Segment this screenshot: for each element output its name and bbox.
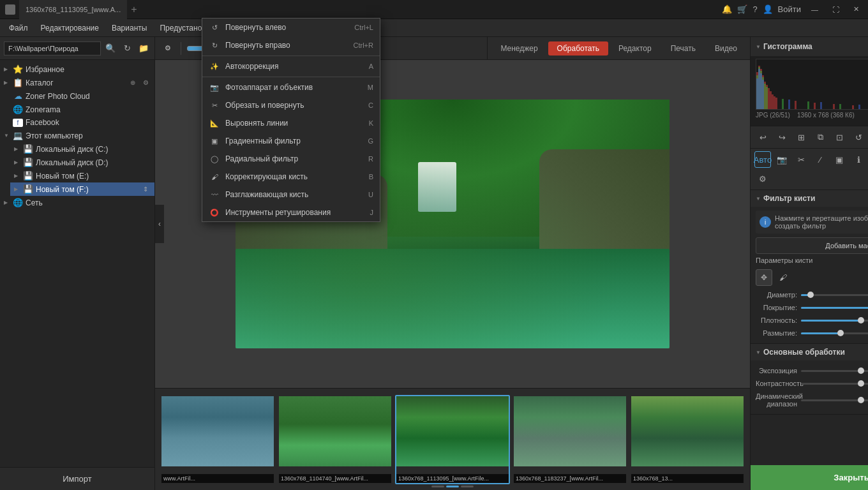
thumb-image-2 bbox=[396, 396, 509, 466]
tab-video[interactable]: Видео bbox=[706, 41, 746, 56]
drive-d-label: Локальный диск (D:) bbox=[36, 158, 151, 167]
menu-edit[interactable]: Редактирование bbox=[34, 19, 105, 37]
sidebar-item-facebook[interactable]: ▶ f Facebook bbox=[0, 116, 154, 129]
crop-tool-button[interactable]: ✂ bbox=[793, 151, 809, 168]
sidebar-item-favorites[interactable]: ▶ ⭐ Избранное bbox=[0, 63, 154, 76]
facebook-icon: f bbox=[13, 119, 23, 127]
dd-crop-shortcut: C bbox=[368, 101, 373, 109]
sidebar-item-zonerama[interactable]: ▶ 🌐 Zonerama bbox=[0, 103, 154, 116]
zonerama-label: Zonerama bbox=[26, 105, 151, 114]
toolbar-icon-btn[interactable]: ⚙ bbox=[160, 41, 176, 56]
sidebar-item-cloud[interactable]: ▶ ☁ Zoner Photo Cloud bbox=[0, 89, 154, 103]
dd-crop-rotate[interactable]: ✂ Обрезать и повернуть C bbox=[202, 96, 380, 114]
cart-icon[interactable]: 🛒 bbox=[737, 4, 747, 14]
right-panel-content: ▼ Гистограмма ▣ ⚙ bbox=[751, 37, 868, 465]
dd-crop-label: Обрезать и повернуть bbox=[225, 101, 363, 110]
dynamic-range-thumb[interactable] bbox=[858, 397, 864, 403]
user-icon[interactable]: 👤 bbox=[763, 4, 773, 14]
auto-tool-button[interactable]: Авто bbox=[754, 151, 771, 168]
thumb-item-2[interactable]: 1360x768_1113095_[www.ArtFile... bbox=[395, 395, 510, 484]
thumb-item-4[interactable]: 1360x768_13... bbox=[630, 395, 745, 484]
app-icon bbox=[5, 4, 15, 15]
tab-print[interactable]: Печать bbox=[662, 41, 705, 56]
image-prev-button[interactable]: ‹ bbox=[155, 205, 164, 243]
sidebar-item-catalog[interactable]: ▶ 📋 Каталог ⊕ ⚙ bbox=[0, 76, 154, 89]
add-mask-button[interactable]: Добавить маску bbox=[756, 237, 868, 254]
import-button[interactable]: Импорт bbox=[0, 467, 154, 490]
path-input[interactable] bbox=[4, 41, 101, 56]
camera-tool-button[interactable]: 📷 bbox=[774, 151, 790, 168]
dd-rotate-left[interactable]: ↺ Повернуть влево Ctrl+L bbox=[202, 19, 380, 36]
svg-rect-12 bbox=[814, 103, 816, 110]
dd-retouch[interactable]: ⭕ Инструменты ретуширования J bbox=[202, 204, 380, 221]
computer-arrow: ▼ bbox=[4, 133, 10, 138]
redo-button[interactable]: ↪ bbox=[774, 129, 790, 145]
zonerama-icon: 🌐 bbox=[13, 105, 23, 114]
filter-brush-header[interactable]: ▼ Фильтр кисти bbox=[751, 190, 868, 207]
paste-button[interactable]: ⊡ bbox=[831, 129, 848, 145]
thumb-item-0[interactable]: www.ArtFil... bbox=[160, 395, 275, 484]
titlebar-left: 1360x768_1113095_[www.A... + bbox=[5, 0, 137, 19]
new-tab-button[interactable]: + bbox=[131, 4, 137, 15]
thumb-item-1[interactable]: 1360x768_1104740_[www.ArtFil... bbox=[278, 395, 393, 484]
basic-edits-header[interactable]: ▼ Основные обработки bbox=[751, 344, 868, 360]
histogram-header[interactable]: ▼ Гистограмма ▣ ⚙ bbox=[751, 37, 868, 56]
contrast-track bbox=[801, 383, 868, 385]
brush-move-button[interactable]: ✥ bbox=[756, 269, 772, 286]
sidebar-item-drive-d[interactable]: ▶ 💾 Локальный диск (D:) bbox=[10, 156, 154, 169]
dd-autocorrect[interactable]: ✨ Автокоррекция A bbox=[202, 57, 380, 75]
reset-button[interactable]: ↺ bbox=[850, 129, 867, 145]
brush-paint-button[interactable]: 🖌 bbox=[775, 269, 791, 286]
folder-options-button[interactable]: 📁 bbox=[137, 41, 151, 56]
sidebar-item-computer[interactable]: ▼ 💻 Этот компьютер bbox=[0, 129, 154, 142]
lines-tool-button[interactable]: ∕ bbox=[812, 151, 828, 168]
undo-button[interactable]: ↩ bbox=[754, 129, 771, 145]
search-button[interactable]: 🔍 bbox=[103, 41, 117, 56]
basic-edits-content: Экспозиция 0.0 Контрастность 0 bbox=[751, 360, 868, 414]
thumb-item-3[interactable]: 1360x768_1183237_[www.ArtFil... bbox=[513, 395, 627, 484]
tab-develop[interactable]: Обработать bbox=[548, 41, 608, 56]
close-develop-button[interactable]: Закрыть bbox=[751, 465, 868, 490]
title-tab[interactable]: 1360x768_1113095_[www.A... bbox=[19, 0, 127, 19]
dd-radial-filter[interactable]: ◯ Радиальный фильтр R bbox=[202, 150, 380, 168]
dd-autocorrect-label: Автокоррекция bbox=[225, 62, 364, 71]
catalog-add-icon[interactable]: ⊕ bbox=[128, 79, 138, 86]
camera-icon: 📷 bbox=[209, 82, 220, 93]
close-window-button[interactable]: ✕ bbox=[849, 4, 863, 15]
diameter-thumb[interactable] bbox=[807, 292, 814, 298]
minimize-button[interactable]: — bbox=[807, 4, 822, 15]
maximize-button[interactable]: ⛶ bbox=[828, 4, 843, 15]
settings-tool-button[interactable]: ⚙ bbox=[754, 170, 771, 187]
sidebar-item-drive-e[interactable]: ▶ 💾 Новый том (E:) bbox=[10, 169, 154, 182]
compare-button[interactable]: ⊞ bbox=[793, 129, 809, 145]
refresh-button[interactable]: ↻ bbox=[120, 41, 134, 56]
help-icon[interactable]: ? bbox=[752, 4, 757, 14]
sidebar-item-network[interactable]: ▶ 🌐 Сеть bbox=[0, 196, 154, 209]
dd-camera-lens[interactable]: 📷 Фотоаппарат и объектив M bbox=[202, 78, 380, 96]
menu-file[interactable]: Файл bbox=[3, 19, 34, 37]
info-tool-button[interactable]: ℹ bbox=[850, 151, 867, 168]
gradient-tool-button[interactable]: ▣ bbox=[831, 151, 848, 168]
dd-rotate-right[interactable]: ↻ Повернуть вправо Ctrl+R bbox=[202, 36, 380, 54]
drive-c-icon: 💾 bbox=[23, 144, 33, 154]
menu-variants[interactable]: Варианты bbox=[105, 19, 153, 37]
sidebar-item-drive-f[interactable]: ▶ 💾 Новый том (F:) ⇕ bbox=[10, 182, 154, 196]
catalog-settings-icon[interactable]: ⚙ bbox=[140, 79, 151, 86]
bell-icon[interactable]: 🔔 bbox=[722, 4, 732, 14]
sidebar: 🔍 ↻ 📁 ▶ ⭐ Избранное ▶ 📋 Каталог ⊕ ⚙ ▶ bbox=[0, 37, 155, 490]
sidebar-item-drive-c[interactable]: ▶ 💾 Локальный диск (C:) bbox=[10, 142, 154, 156]
density-thumb[interactable] bbox=[858, 317, 864, 323]
dd-correcting-brush[interactable]: 🖌 Корректирующая кисть B bbox=[202, 168, 380, 186]
dd-smoothing-brush[interactable]: 〰 Разглаживающая кисть U bbox=[202, 186, 380, 204]
contrast-thumb[interactable] bbox=[858, 380, 864, 387]
login-button[interactable]: Войти bbox=[778, 4, 801, 14]
tab-manager[interactable]: Менеджер bbox=[491, 41, 546, 56]
copy-button[interactable]: ⧉ bbox=[812, 129, 828, 145]
dd-straighten[interactable]: 📐 Выровнять линии K bbox=[202, 114, 380, 132]
exposure-thumb[interactable] bbox=[858, 368, 864, 374]
drive-c-arrow: ▶ bbox=[14, 146, 20, 152]
dd-gradient-filter[interactable]: ▣ Градиентный фильтр G bbox=[202, 132, 380, 150]
blur-track bbox=[801, 332, 868, 334]
blur-thumb[interactable] bbox=[837, 330, 844, 336]
tab-editor[interactable]: Редактор bbox=[610, 41, 661, 56]
